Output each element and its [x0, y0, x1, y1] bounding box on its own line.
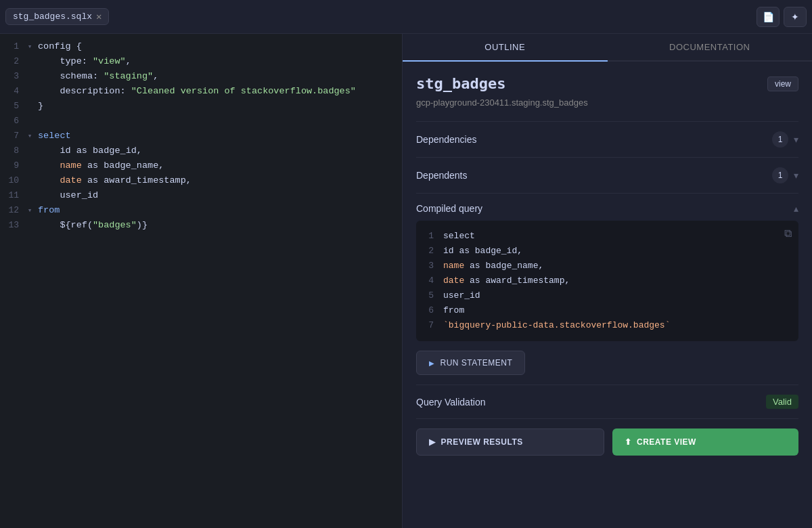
toolbar-actions: 📄 ✦: [757, 7, 807, 27]
fold-icon-1[interactable]: ▾: [24, 39, 35, 54]
query-line-4: 4 date as award_timestamp,: [424, 273, 790, 288]
compiled-query-label: Compiled query: [416, 203, 482, 214]
outline-content: stg_badges view gcp-playground-230411.st…: [403, 62, 812, 528]
code-line-13: 13 ${ref("badges")}: [0, 218, 402, 233]
dependencies-row[interactable]: Dependencies 1 ▾: [416, 121, 798, 157]
code-line-3: 3 schema: "staging",: [0, 69, 402, 84]
query-line-7: 7 `bigquery-public-data.stackoverflow.ba…: [424, 318, 790, 333]
model-type-badge: view: [767, 76, 798, 91]
create-view-upload-icon: ⬆: [625, 437, 632, 447]
create-view-button[interactable]: ⬆ CREATE VIEW: [612, 428, 799, 456]
line-num-7: 7: [0, 129, 24, 144]
line-num-10: 10: [0, 173, 24, 188]
code-line-6: 6: [0, 114, 402, 129]
right-panel: OUTLINE DOCUMENTATION stg_badges view gc…: [403, 34, 812, 528]
line-num-3: 3: [0, 69, 24, 84]
code-line-8: 8 id as badge_id,: [0, 144, 402, 158]
magic-icon: ✦: [791, 12, 799, 22]
tab-documentation[interactable]: DOCUMENTATION: [608, 34, 813, 60]
play-icon: ▶: [429, 359, 435, 367]
line-num-9: 9: [0, 158, 24, 173]
preview-play-icon: ▶: [429, 437, 436, 447]
copy-query-button[interactable]: ⧉: [784, 227, 792, 240]
line-num-11: 11: [0, 188, 24, 203]
line-num-1: 1: [0, 39, 24, 54]
tab-bar: stg_badges.sqlx ✕ 📄 ✦: [0, 0, 812, 34]
code-line-9: 9 name as badge_name,: [0, 158, 402, 173]
line-num-8: 8: [0, 144, 24, 158]
code-line-11: 11 user_id: [0, 188, 402, 203]
code-line-1: 1 ▾ config {: [0, 39, 402, 54]
compiled-query-block: ⧉ 1 select 2 id as badge_id, 3 name as b…: [416, 221, 798, 341]
query-line-1: 1 select: [424, 229, 790, 244]
dependencies-right: 1 ▾: [772, 131, 798, 148]
query-line-6: 6 from: [424, 303, 790, 318]
code-line-4: 4 description: "Cleaned version of stack…: [0, 84, 402, 99]
line-num-12: 12: [0, 203, 24, 218]
file-tab[interactable]: stg_badges.sqlx ✕: [5, 8, 109, 25]
query-validation-row: Query Validation Valid: [416, 384, 798, 418]
tab-label: stg_badges.sqlx: [13, 12, 92, 22]
preview-results-label: PREVIEW RESULTS: [441, 437, 523, 447]
tab-outline[interactable]: OUTLINE: [403, 34, 608, 62]
dependents-row[interactable]: Dependents 1 ▾: [416, 157, 798, 193]
code-line-2: 2 type: "view",: [0, 54, 402, 69]
run-statement-label: RUN STATEMENT: [441, 358, 513, 368]
line-num-4: 4: [0, 84, 24, 99]
model-path: gcp-playground-230411.staging.stg_badges: [416, 97, 798, 108]
panel-tabs: OUTLINE DOCUMENTATION: [403, 34, 812, 62]
query-validation-status: Valid: [766, 395, 798, 409]
create-view-label: CREATE VIEW: [637, 437, 696, 447]
dependencies-count: 1: [772, 131, 788, 148]
main-content: 1 ▾ config { 2 type: "view", 3 schema: "…: [0, 34, 812, 528]
line-num-2: 2: [0, 54, 24, 69]
preview-results-button[interactable]: ▶ PREVIEW RESULTS: [416, 428, 604, 456]
query-validation-label: Query Validation: [416, 397, 485, 408]
query-line-5: 5 user_id: [424, 288, 790, 303]
model-header: stg_badges view: [416, 75, 798, 92]
code-line-10: 10 date as award_timestamp,: [0, 173, 402, 188]
dependencies-chevron-icon: ▾: [794, 134, 798, 145]
save-button[interactable]: 📄: [757, 7, 780, 27]
code-line-7: 7 ▾ select: [0, 129, 402, 144]
run-statement-button[interactable]: ▶ RUN STATEMENT: [416, 351, 525, 375]
line-num-6: 6: [0, 114, 24, 129]
query-line-2: 2 id as badge_id,: [424, 244, 790, 259]
editor-panel: 1 ▾ config { 2 type: "view", 3 schema: "…: [0, 34, 403, 528]
dependencies-label: Dependencies: [416, 134, 477, 145]
dependents-label: Dependents: [416, 170, 468, 181]
code-line-5: 5 }: [0, 99, 402, 114]
fold-icon-12[interactable]: ▾: [24, 203, 35, 218]
model-name: stg_badges: [416, 75, 505, 92]
dependents-count: 1: [772, 167, 788, 183]
query-line-3: 3 name as badge_name,: [424, 259, 790, 273]
code-line-12: 12 ▾ from: [0, 203, 402, 218]
compiled-query-section[interactable]: Compiled query ▴: [416, 193, 798, 221]
magic-button[interactable]: ✦: [784, 7, 807, 27]
tab-close-icon[interactable]: ✕: [96, 12, 102, 22]
line-num-5: 5: [0, 99, 24, 114]
line-num-13: 13: [0, 218, 24, 233]
fold-icon-7[interactable]: ▾: [24, 129, 35, 144]
save-icon: 📄: [763, 12, 774, 22]
bottom-actions: ▶ PREVIEW RESULTS ⬆ CREATE VIEW: [416, 418, 798, 456]
compiled-query-chevron-icon: ▴: [794, 203, 798, 214]
dependents-chevron-icon: ▾: [794, 170, 798, 181]
dependents-right: 1 ▾: [772, 167, 798, 183]
